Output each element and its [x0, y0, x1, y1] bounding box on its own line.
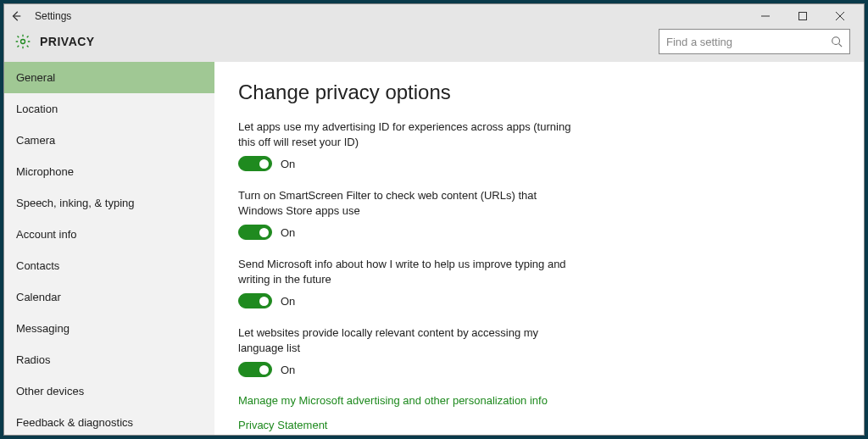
content-link[interactable]: Manage my Microsoft advertising and othe… — [238, 394, 840, 407]
sidebar-item-general[interactable]: General — [4, 62, 214, 93]
option-label: Turn on SmartScreen Filter to check web … — [238, 188, 577, 218]
titlebar: Settings — [4, 4, 864, 28]
sidebar-item-calendar[interactable]: Calendar — [4, 281, 214, 313]
sidebar-item-label: Speech, inking, & typing — [16, 197, 134, 209]
minimize-button[interactable] — [747, 4, 784, 28]
option-label: Let websites provide locally relevant co… — [238, 325, 577, 355]
privacy-option: Let apps use my advertising ID for exper… — [238, 119, 577, 171]
toggle-row: On — [238, 225, 577, 240]
sidebar-item-label: Contacts — [16, 259, 59, 272]
svg-point-1 — [21, 40, 25, 44]
sidebar-item-label: Camera — [16, 134, 55, 147]
back-arrow-icon — [10, 10, 22, 22]
content-link[interactable]: Privacy Statement — [238, 419, 840, 431]
search-input[interactable] — [666, 36, 831, 48]
sidebar-item-label: Calendar — [16, 291, 61, 303]
sidebar-item-microphone[interactable]: Microphone — [4, 156, 214, 187]
sidebar-item-label: Location — [16, 103, 58, 115]
sidebar-item-label: Messaging — [16, 322, 70, 335]
gear-icon — [14, 33, 31, 50]
sidebar-item-label: Feedback & diagnostics — [16, 416, 133, 429]
toggle-state-label: On — [281, 295, 295, 308]
toggle-switch[interactable] — [238, 156, 272, 171]
toggle-state-label: On — [281, 158, 295, 170]
maximize-icon — [798, 12, 807, 20]
sidebar-item-account-info[interactable]: Account info — [4, 219, 214, 250]
content-heading: Change privacy options — [238, 81, 840, 104]
search-box[interactable] — [659, 29, 850, 54]
privacy-option: Send Microsoft info about how I write to… — [238, 257, 577, 308]
svg-rect-0 — [799, 13, 807, 20]
toggle-row: On — [238, 293, 577, 308]
sidebar-item-label: Microphone — [16, 165, 74, 178]
search-icon — [831, 36, 843, 47]
toggle-state-label: On — [281, 364, 295, 376]
minimize-icon — [761, 12, 770, 20]
toggle-switch[interactable] — [238, 362, 272, 377]
sidebar-item-camera[interactable]: Camera — [4, 125, 214, 156]
sidebar-item-label: Account info — [16, 228, 77, 241]
privacy-option: Turn on SmartScreen Filter to check web … — [238, 188, 577, 240]
toggle-switch[interactable] — [238, 293, 272, 308]
content: Change privacy options Let apps use my a… — [214, 62, 864, 435]
option-label: Let apps use my advertising ID for exper… — [238, 119, 577, 149]
toggle-switch[interactable] — [238, 225, 272, 240]
sidebar-item-messaging[interactable]: Messaging — [4, 313, 214, 344]
toggle-state-label: On — [281, 226, 295, 239]
close-icon — [836, 12, 844, 20]
toggle-row: On — [238, 156, 577, 171]
sidebar-item-radios[interactable]: Radios — [4, 344, 214, 375]
sidebar-item-label: Other devices — [16, 385, 84, 397]
privacy-option: Let websites provide locally relevant co… — [238, 325, 577, 377]
window-title: Settings — [35, 10, 71, 22]
settings-window: Settings PRIVACY GeneralLocati — [3, 3, 865, 436]
option-label: Send Microsoft info about how I write to… — [238, 257, 577, 286]
sidebar-item-label: Radios — [16, 353, 50, 366]
toggle-row: On — [238, 362, 577, 377]
sidebar: GeneralLocationCameraMicrophoneSpeech, i… — [4, 62, 214, 435]
maximize-button[interactable] — [784, 4, 821, 28]
body: GeneralLocationCameraMicrophoneSpeech, i… — [4, 62, 864, 435]
close-button[interactable] — [821, 4, 859, 28]
sidebar-item-location[interactable]: Location — [4, 93, 214, 125]
back-button[interactable] — [9, 9, 23, 23]
page-title: PRIVACY — [40, 35, 95, 48]
sidebar-item-other-devices[interactable]: Other devices — [4, 375, 214, 407]
sidebar-item-feedback-diagnostics[interactable]: Feedback & diagnostics — [4, 407, 214, 435]
header: PRIVACY — [4, 28, 864, 62]
sidebar-item-contacts[interactable]: Contacts — [4, 250, 214, 281]
sidebar-item-speech-inking-typing[interactable]: Speech, inking, & typing — [4, 187, 214, 219]
sidebar-item-label: General — [16, 71, 55, 84]
svg-point-2 — [832, 37, 840, 45]
